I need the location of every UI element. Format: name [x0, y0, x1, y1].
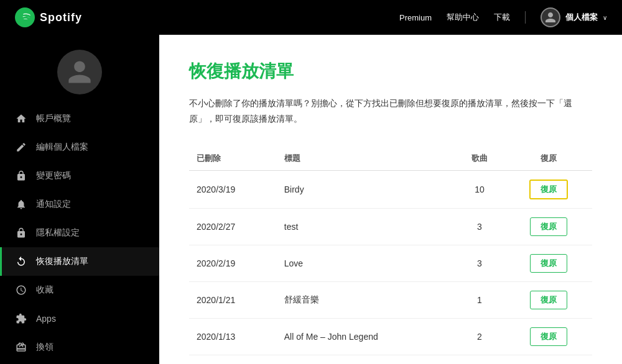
col-restore: 復原	[505, 147, 592, 171]
table-body: 2020/3/19Birdy10復原2020/2/27test3復原2020/2…	[189, 171, 592, 364]
cell-deleted: 2020/3/19	[189, 171, 277, 209]
col-title: 標題	[277, 147, 454, 171]
cell-songs: 3	[454, 245, 505, 282]
home-icon	[15, 112, 27, 125]
restore-button[interactable]: 復原	[530, 291, 567, 309]
sidebar-item-change-password-label: 變更密碼	[36, 170, 71, 181]
cell-deleted: 2020/2/19	[189, 245, 277, 282]
cell-title: All of Me – John Legend	[277, 319, 454, 355]
table-row: 2020/1/21舒緩音樂1復原	[189, 282, 592, 319]
layout: 帳戶概覽 編輯個人檔案 變更密碼 通知設定	[0, 0, 622, 364]
clock-icon	[15, 284, 27, 296]
cell-restore: 復原	[505, 171, 592, 209]
cell-title: Discover Weekly	[277, 355, 454, 364]
cell-restore: 復原	[505, 245, 592, 282]
lock-icon	[15, 170, 27, 182]
gift-icon	[15, 341, 27, 353]
restore-table: 已刪除 標題 歌曲 復原 2020/3/19Birdy10復原2020/2/27…	[189, 147, 592, 364]
sidebar-item-overview-label: 帳戶概覽	[36, 113, 71, 124]
cell-restore: 復原	[505, 355, 592, 364]
download-link[interactable]: 下載	[494, 12, 510, 23]
sidebar-item-apps[interactable]: Apps	[0, 304, 159, 333]
user-profile-label: 個人檔案	[565, 12, 598, 23]
puzzle-icon	[15, 312, 27, 325]
cell-title: test	[277, 209, 454, 245]
page-title: 恢復播放清單	[189, 60, 592, 83]
table-row: 2020/1/13All of Me – John Legend2復原	[189, 319, 592, 355]
help-link[interactable]: 幫助中心	[447, 12, 479, 23]
cell-title: Love	[277, 245, 454, 282]
sidebar-item-edit-profile-label: 編輯個人檔案	[36, 142, 88, 153]
sidebar-item-collection-label: 收藏	[36, 284, 53, 296]
main-content: 恢復播放清單 不小心刪除了你的播放清單嗎？別擔心，從下方找出已刪除但想要復原的播…	[159, 35, 622, 364]
cell-deleted: 2020/2/27	[189, 209, 277, 245]
topnav-left: Spotify	[15, 7, 82, 27]
cell-songs: 2	[454, 319, 505, 355]
premium-link[interactable]: Premium	[399, 13, 432, 22]
cell-restore: 復原	[505, 209, 592, 245]
table-row: 2020/1/13Discover Weekly3復原	[189, 355, 592, 364]
chevron-down-icon: ∨	[603, 14, 607, 21]
svg-point-0	[15, 7, 35, 27]
cell-deleted: 2020/1/13	[189, 319, 277, 355]
user-avatar-icon	[541, 7, 560, 27]
sidebar-item-redeem-label: 換領	[36, 342, 53, 353]
page-description: 不小心刪除了你的播放清單嗎？別擔心，從下方找出已刪除但想要復原的播放清單，然後按…	[189, 96, 592, 127]
table-header-row: 已刪除 標題 歌曲 復原	[189, 147, 592, 171]
table-row: 2020/3/19Birdy10復原	[189, 171, 592, 209]
table-row: 2020/2/27test3復原	[189, 209, 592, 245]
col-deleted: 已刪除	[189, 147, 277, 171]
cell-restore: 復原	[505, 282, 592, 319]
spotify-logo[interactable]: Spotify	[15, 7, 82, 27]
cell-songs: 1	[454, 282, 505, 319]
privacy-lock-icon	[15, 227, 27, 239]
sidebar-item-apps-label: Apps	[36, 314, 56, 324]
sidebar-item-restore-label: 恢復播放清單	[36, 256, 88, 267]
topnav-user[interactable]: 個人檔案 ∨	[541, 7, 607, 27]
restore-button[interactable]: 復原	[530, 327, 567, 346]
sidebar-item-restore[interactable]: 恢復播放清單	[0, 247, 159, 276]
cell-songs: 3	[454, 209, 505, 245]
sidebar-item-privacy[interactable]: 隱私權設定	[0, 219, 159, 247]
cell-songs: 10	[454, 171, 505, 209]
cell-restore: 復原	[505, 319, 592, 355]
table-header: 已刪除 標題 歌曲 復原	[189, 147, 592, 171]
sidebar-item-notifications[interactable]: 通知設定	[0, 190, 159, 219]
sidebar-item-change-password[interactable]: 變更密碼	[0, 162, 159, 190]
col-songs: 歌曲	[454, 147, 505, 171]
sidebar-item-notifications-label: 通知設定	[36, 199, 71, 210]
restore-icon	[15, 255, 27, 268]
restore-button[interactable]: 復原	[530, 254, 567, 273]
topnav-divider	[525, 11, 526, 24]
bell-icon	[15, 198, 27, 211]
cell-songs: 3	[454, 355, 505, 364]
sidebar-item-privacy-label: 隱私權設定	[36, 227, 80, 239]
sidebar-item-overview[interactable]: 帳戶概覽	[0, 104, 159, 133]
sidebar-item-redeem[interactable]: 換領	[0, 333, 159, 362]
edit-icon	[15, 141, 27, 153]
sidebar-item-collection[interactable]: 收藏	[0, 276, 159, 304]
table-row: 2020/2/19Love3復原	[189, 245, 592, 282]
cell-deleted: 2020/1/13	[189, 355, 277, 364]
restore-button[interactable]: 復原	[530, 217, 567, 236]
restore-button[interactable]: 復原	[529, 180, 568, 199]
topnav: Spotify Premium 幫助中心 下載 個人檔案 ∨	[0, 0, 622, 35]
sidebar-nav: 帳戶概覽 編輯個人檔案 變更密碼 通知設定	[0, 104, 159, 362]
topnav-right: Premium 幫助中心 下載 個人檔案 ∨	[399, 7, 607, 27]
cell-title: Birdy	[277, 171, 454, 209]
cell-title: 舒緩音樂	[277, 282, 454, 319]
spotify-wordmark: Spotify	[40, 11, 82, 24]
sidebar: 帳戶概覽 編輯個人檔案 變更密碼 通知設定	[0, 35, 159, 364]
sidebar-avatar	[0, 35, 159, 104]
sidebar-item-edit-profile[interactable]: 編輯個人檔案	[0, 133, 159, 162]
cell-deleted: 2020/1/21	[189, 282, 277, 319]
sidebar-avatar-circle	[57, 50, 102, 94]
